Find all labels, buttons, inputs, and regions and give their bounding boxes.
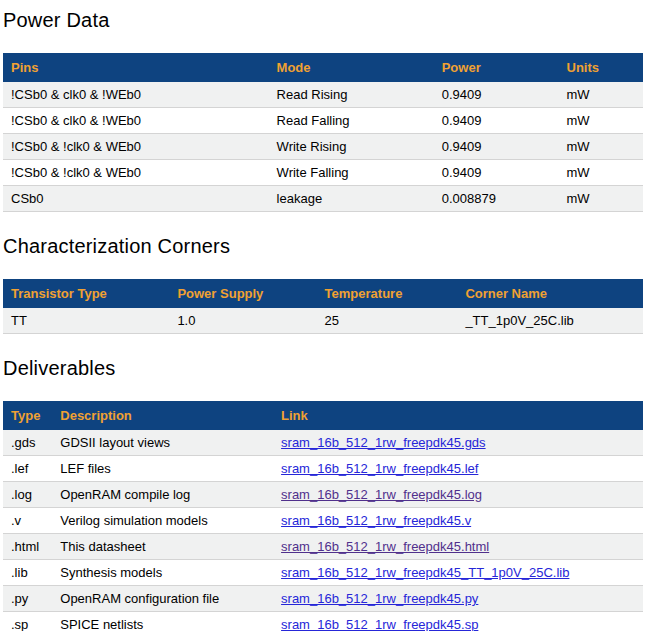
table-cell: Read Falling	[269, 108, 434, 134]
column-header: Units	[559, 53, 644, 82]
table-cell: .html	[3, 534, 52, 560]
table-cell: .sp	[3, 612, 52, 631]
table-cell: mW	[559, 82, 644, 108]
link-cell: sram_16b_512_1rw_freepdk45.lef	[273, 456, 643, 482]
table-cell: CSb0	[3, 186, 269, 212]
table-cell: OpenRAM compile log	[52, 482, 273, 508]
table-cell: !CSb0 & !clk0 & WEb0	[3, 134, 269, 160]
link-cell: sram_16b_512_1rw_freepdk45.sp	[273, 612, 643, 631]
table-cell: Write Falling	[269, 160, 434, 186]
table-cell: .log	[3, 482, 52, 508]
table-row: TT1.025_TT_1p0V_25C.lib	[3, 308, 643, 334]
file-link[interactable]: sram_16b_512_1rw_freepdk45_TT_1p0V_25C.l…	[281, 565, 569, 580]
table-cell: GDSII layout views	[52, 430, 273, 456]
column-header: Description	[52, 401, 273, 430]
column-header: Temperature	[317, 279, 458, 308]
table-cell: .gds	[3, 430, 52, 456]
table-cell: TT	[3, 308, 169, 334]
table-row: .vVerilog simulation modelssram_16b_512_…	[3, 508, 643, 534]
deliverables-section: Deliverables TypeDescriptionLink .gdsGDS…	[3, 357, 643, 631]
table-row: .lefLEF filessram_16b_512_1rw_freepdk45.…	[3, 456, 643, 482]
table-cell: _TT_1p0V_25C.lib	[457, 308, 643, 334]
column-header: Power Supply	[169, 279, 316, 308]
file-link[interactable]: sram_16b_512_1rw_freepdk45.log	[281, 487, 482, 502]
deliverables-table-header: TypeDescriptionLink	[3, 401, 643, 430]
characterization-corners-heading: Characterization Corners	[3, 235, 643, 258]
datasheet-page: Power Data PinsModePowerUnits !CSb0 & cl…	[0, 0, 660, 631]
table-cell: leakage	[269, 186, 434, 212]
file-link[interactable]: sram_16b_512_1rw_freepdk45.html	[281, 539, 489, 554]
table-cell: 0.9409	[434, 82, 559, 108]
table-cell: !CSb0 & clk0 & !WEb0	[3, 108, 269, 134]
file-link[interactable]: sram_16b_512_1rw_freepdk45.v	[281, 513, 471, 528]
deliverables-table-body: .gdsGDSII layout viewssram_16b_512_1rw_f…	[3, 430, 643, 631]
table-cell: mW	[559, 186, 644, 212]
table-row: .pyOpenRAM configuration filesram_16b_51…	[3, 586, 643, 612]
column-header: Type	[3, 401, 52, 430]
table-cell: !CSb0 & clk0 & !WEb0	[3, 82, 269, 108]
characterization-corners-table-header: Transistor TypePower SupplyTemperatureCo…	[3, 279, 643, 308]
link-cell: sram_16b_512_1rw_freepdk45_TT_1p0V_25C.l…	[273, 560, 643, 586]
column-header: Pins	[3, 53, 269, 82]
table-cell: Read Rising	[269, 82, 434, 108]
table-cell: .lib	[3, 560, 52, 586]
file-link[interactable]: sram_16b_512_1rw_freepdk45.lef	[281, 461, 478, 476]
table-row: !CSb0 & clk0 & !WEb0Read Rising0.9409mW	[3, 82, 643, 108]
header-row: Transistor TypePower SupplyTemperatureCo…	[3, 279, 643, 308]
table-row: .htmlThis datasheetsram_16b_512_1rw_free…	[3, 534, 643, 560]
table-row: CSb0leakage0.008879mW	[3, 186, 643, 212]
column-header: Power	[434, 53, 559, 82]
header-row: TypeDescriptionLink	[3, 401, 643, 430]
table-cell: OpenRAM configuration file	[52, 586, 273, 612]
table-cell: LEF files	[52, 456, 273, 482]
table-cell: This datasheet	[52, 534, 273, 560]
table-row: !CSb0 & clk0 & !WEb0Read Falling0.9409mW	[3, 108, 643, 134]
table-row: .logOpenRAM compile logsram_16b_512_1rw_…	[3, 482, 643, 508]
power-data-table: PinsModePowerUnits !CSb0 & clk0 & !WEb0R…	[3, 53, 643, 212]
table-cell: 1.0	[169, 308, 316, 334]
column-header: Corner Name	[457, 279, 643, 308]
table-cell: 0.9409	[434, 134, 559, 160]
file-link[interactable]: sram_16b_512_1rw_freepdk45.sp	[281, 617, 478, 631]
deliverables-table: TypeDescriptionLink .gdsGDSII layout vie…	[3, 401, 643, 631]
table-cell: Synthesis models	[52, 560, 273, 586]
header-row: PinsModePowerUnits	[3, 53, 643, 82]
table-cell: 0.008879	[434, 186, 559, 212]
table-cell: .v	[3, 508, 52, 534]
table-cell: Verilog simulation models	[52, 508, 273, 534]
power-data-heading: Power Data	[3, 9, 643, 32]
table-cell: .lef	[3, 456, 52, 482]
table-cell: mW	[559, 134, 644, 160]
table-row: !CSb0 & !clk0 & WEb0Write Rising0.9409mW	[3, 134, 643, 160]
table-cell: SPICE netlists	[52, 612, 273, 631]
table-row: .gdsGDSII layout viewssram_16b_512_1rw_f…	[3, 430, 643, 456]
table-row: .spSPICE netlistssram_16b_512_1rw_freepd…	[3, 612, 643, 631]
table-cell: Write Rising	[269, 134, 434, 160]
table-cell: 25	[317, 308, 458, 334]
file-link[interactable]: sram_16b_512_1rw_freepdk45.gds	[281, 435, 486, 450]
characterization-corners-table: Transistor TypePower SupplyTemperatureCo…	[3, 279, 643, 334]
table-cell: 0.9409	[434, 108, 559, 134]
power-data-table-header: PinsModePowerUnits	[3, 53, 643, 82]
link-cell: sram_16b_512_1rw_freepdk45.log	[273, 482, 643, 508]
link-cell: sram_16b_512_1rw_freepdk45.py	[273, 586, 643, 612]
table-cell: mW	[559, 108, 644, 134]
table-cell: mW	[559, 160, 644, 186]
characterization-corners-section: Characterization Corners Transistor Type…	[3, 235, 643, 334]
file-link[interactable]: sram_16b_512_1rw_freepdk45.py	[281, 591, 478, 606]
power-data-section: Power Data PinsModePowerUnits !CSb0 & cl…	[3, 9, 643, 212]
column-header: Mode	[269, 53, 434, 82]
column-header: Transistor Type	[3, 279, 169, 308]
table-cell: 0.9409	[434, 160, 559, 186]
table-cell: .py	[3, 586, 52, 612]
table-cell: !CSb0 & !clk0 & WEb0	[3, 160, 269, 186]
deliverables-heading: Deliverables	[3, 357, 643, 380]
table-row: !CSb0 & !clk0 & WEb0Write Falling0.9409m…	[3, 160, 643, 186]
characterization-corners-table-body: TT1.025_TT_1p0V_25C.lib	[3, 308, 643, 334]
link-cell: sram_16b_512_1rw_freepdk45.html	[273, 534, 643, 560]
link-cell: sram_16b_512_1rw_freepdk45.gds	[273, 430, 643, 456]
power-data-table-body: !CSb0 & clk0 & !WEb0Read Rising0.9409mW!…	[3, 82, 643, 212]
column-header: Link	[273, 401, 643, 430]
table-row: .libSynthesis modelssram_16b_512_1rw_fre…	[3, 560, 643, 586]
link-cell: sram_16b_512_1rw_freepdk45.v	[273, 508, 643, 534]
